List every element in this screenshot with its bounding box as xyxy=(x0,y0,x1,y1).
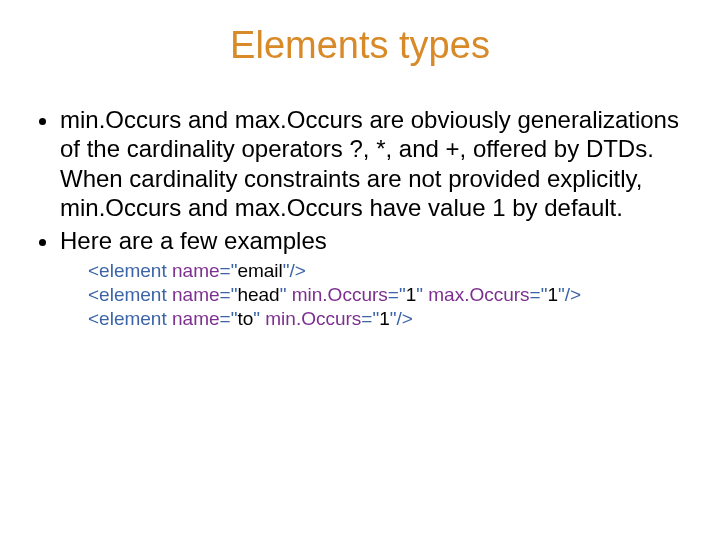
quote: " xyxy=(399,284,406,305)
attr-maxoccurs: max.Occurs xyxy=(428,284,529,305)
slide-title: Elements types xyxy=(40,24,680,67)
angle-open: < xyxy=(88,260,99,281)
code-line: <element name="to" min.Occurs="1"/> xyxy=(88,307,680,331)
attr-value: to xyxy=(237,308,253,329)
angle-open: < xyxy=(88,308,99,329)
angle-open: < xyxy=(88,284,99,305)
attr-value: head xyxy=(237,284,279,305)
equals: = xyxy=(361,308,372,329)
quote: " xyxy=(390,308,397,329)
angle-close: /> xyxy=(565,284,581,305)
angle-close: /> xyxy=(290,260,306,281)
attr-minoccurs: min.Occurs xyxy=(292,284,388,305)
tag-name: element xyxy=(99,284,167,305)
bullet-item: min.Occurs and max.Occurs are obviously … xyxy=(60,105,680,222)
bullet-item: Here are a few examples xyxy=(60,226,680,255)
quote: " xyxy=(558,284,565,305)
attr-value: email xyxy=(237,260,282,281)
bullet-list: min.Occurs and max.Occurs are obviously … xyxy=(40,105,680,255)
quote: " xyxy=(416,284,423,305)
equals: = xyxy=(388,284,399,305)
tag-name: element xyxy=(99,308,167,329)
equals: = xyxy=(220,260,231,281)
attr-value: 1 xyxy=(547,284,558,305)
code-line: <element name="email"/> xyxy=(88,259,680,283)
slide: Elements types min.Occurs and max.Occurs… xyxy=(0,0,720,540)
equals: = xyxy=(220,284,231,305)
quote: " xyxy=(253,308,260,329)
code-line: <element name="head" min.Occurs="1" max.… xyxy=(88,283,680,307)
attr-value: 1 xyxy=(379,308,390,329)
tag-name: element xyxy=(99,260,167,281)
angle-close: /> xyxy=(397,308,413,329)
attr-value: 1 xyxy=(406,284,417,305)
quote: " xyxy=(283,260,290,281)
attr-minoccurs: min.Occurs xyxy=(265,308,361,329)
equals: = xyxy=(530,284,541,305)
equals: = xyxy=(220,308,231,329)
attr-name: name xyxy=(172,284,220,305)
code-examples: <element name="email"/> <element name="h… xyxy=(40,259,680,330)
attr-name: name xyxy=(172,308,220,329)
attr-name: name xyxy=(172,260,220,281)
